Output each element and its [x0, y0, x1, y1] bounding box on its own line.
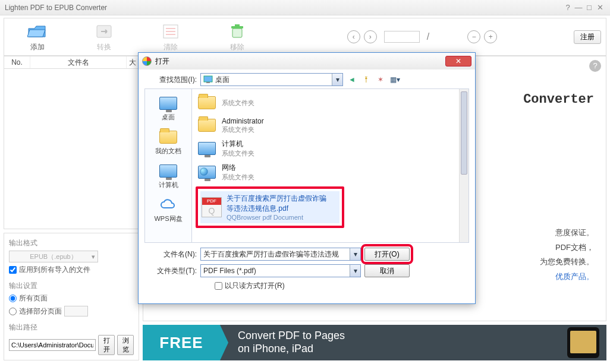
main-toolbar: 添加 转换 清除 移除 ‹ › / − + 注册 [4, 18, 606, 56]
svg-rect-9 [206, 82, 210, 83]
page-nav: ‹ › / − + [271, 30, 574, 43]
page-input[interactable] [384, 31, 420, 43]
cloud-icon [146, 197, 190, 213]
view-menu-icon[interactable]: ▦▾ [389, 75, 400, 84]
svg-rect-7 [235, 24, 240, 26]
open-file-dialog: 打开 ✕ 查找范围(I): 桌面 ▾ ◄ ⭱ ✶ ▦▾ [138, 52, 476, 304]
output-format-select[interactable]: EPUB（.epub） [9, 251, 98, 262]
places-bar: 桌面 我的文档 计算机 WPS网盘 [144, 88, 192, 243]
output-format-label: 输出格式 [9, 238, 134, 248]
all-pages-radio[interactable]: 所有页面 [9, 293, 134, 303]
place-wps[interactable]: WPS网盘 [145, 193, 191, 227]
preview-link[interactable]: 优质产品。 [555, 272, 594, 281]
output-path-input[interactable] [9, 339, 96, 351]
selected-file-highlight: 关于百度搜索严厉打击虚假诈骗 等违法违规信息.pdf QQBrowser pdf… [196, 186, 344, 228]
phone-icon [567, 327, 599, 358]
chevron-down-icon[interactable]: ▾ [350, 248, 360, 260]
close-icon[interactable]: ✕ [595, 3, 605, 12]
window-titlebar: Lighten PDF to EPUB Converter ? — □ ✕ [0, 0, 610, 15]
file-item[interactable]: 系统文件夹 [196, 91, 465, 114]
back-icon[interactable]: ◄ [347, 75, 357, 84]
banner-free-badge: FREE [143, 325, 220, 360]
left-pane: No. 文件名 大 输出格式 EPUB（.epub） 应用到所有导入的文件 输出… [4, 56, 139, 360]
file-item[interactable]: 网络系统文件夹 [196, 160, 465, 184]
open-path-button[interactable]: 打开 [98, 335, 115, 355]
next-page-button[interactable]: › [364, 30, 377, 43]
dialog-nav-icons: ◄ ⭱ ✶ ▦▾ [347, 75, 400, 84]
folder-icon [198, 96, 216, 109]
maximize-icon[interactable]: □ [584, 3, 595, 12]
add-button[interactable]: 添加 [4, 22, 71, 52]
documents-icon [146, 129, 190, 145]
filetype-label: 文件类型(T): [144, 266, 197, 276]
output-path-label: 输出路径 [9, 322, 134, 333]
file-item[interactable]: 计算机系统文件夹 [196, 137, 465, 160]
filename-combo[interactable]: 关于百度搜索严厉打击虚假诈骗等违法违规 ▾ [200, 248, 361, 261]
zoom-in-button[interactable]: + [484, 30, 497, 43]
help-button[interactable]: ? [589, 60, 601, 72]
file-table-header: No. 文件名 大 [4, 56, 139, 69]
banner-text: Convert PDF to Pages on iPhone, iPad [238, 330, 345, 355]
file-browser[interactable]: 系统文件夹 Administrator系统文件夹 计算机系统文件夹 网络系统文件… [192, 88, 469, 243]
window-title: Lighten PDF to EPUB Converter [5, 4, 562, 12]
computer-icon [198, 142, 216, 155]
prev-page-button[interactable]: ‹ [347, 30, 360, 43]
scrollbar[interactable] [459, 89, 468, 242]
new-folder-icon[interactable]: ✶ [375, 75, 386, 84]
scrollbar-thumb[interactable] [461, 91, 467, 175]
list-clear-icon [137, 22, 204, 41]
help-icon[interactable]: ? [562, 3, 573, 12]
dialog-app-icon [142, 56, 152, 66]
col-name[interactable]: 文件名 [30, 56, 127, 68]
convert-label: 转换 [71, 42, 137, 52]
readonly-checkbox[interactable]: 以只读方式打开(R) [215, 281, 469, 291]
folder-icon [198, 119, 216, 132]
page-total [436, 31, 460, 43]
convert-icon [71, 22, 137, 41]
lookin-label: 查找范围(I): [144, 75, 197, 85]
dialog-cancel-button[interactable]: 取消 [364, 264, 410, 277]
file-item[interactable]: Administrator系统文件夹 [196, 114, 465, 137]
dialog-close-button[interactable]: ✕ [445, 56, 471, 67]
chevron-down-icon[interactable]: ▾ [350, 265, 360, 277]
up-icon[interactable]: ⭱ [361, 75, 372, 84]
place-mydocs[interactable]: 我的文档 [145, 125, 191, 159]
pdf-file-icon [202, 197, 222, 217]
apply-all-checkbox[interactable]: 应用到所有导入的文件 [9, 265, 134, 275]
filetype-combo[interactable]: PDF Files (*.pdf) ▾ [200, 264, 361, 277]
dialog-title: 打开 [155, 56, 169, 67]
browse-path-button[interactable]: 浏览 [117, 335, 134, 355]
page-from-input[interactable] [64, 306, 88, 316]
file-list[interactable] [4, 69, 139, 229]
place-desktop[interactable]: 桌面 [145, 91, 191, 125]
filename-label: 文件名(N): [144, 249, 197, 259]
settings-panel: 输出格式 EPUB（.epub） 应用到所有导入的文件 输出设置 所有页面 选择… [4, 233, 139, 360]
lookin-combo[interactable]: 桌面 ▾ [200, 73, 343, 86]
partial-pages-radio[interactable]: 选择部分页面 [9, 306, 134, 316]
folder-open-icon [4, 22, 71, 41]
add-label: 添加 [4, 42, 71, 52]
network-icon [198, 166, 216, 179]
desktop-small-icon [203, 75, 213, 84]
page-sep: / [427, 31, 429, 42]
promo-banner[interactable]: FREE Convert PDF to Pages on iPhone, iPa… [143, 325, 606, 360]
svg-rect-5 [232, 29, 242, 37]
register-button[interactable]: 注册 [574, 30, 601, 44]
col-no[interactable]: No. [4, 56, 30, 68]
zoom-out-button[interactable]: − [467, 30, 480, 43]
clear-button[interactable]: 清除 [137, 22, 204, 52]
apply-all-input[interactable] [9, 266, 17, 274]
svg-rect-6 [231, 26, 243, 29]
place-computer[interactable]: 计算机 [145, 159, 191, 193]
chevron-down-icon[interactable]: ▾ [332, 74, 342, 86]
file-item-selected[interactable]: 关于百度搜索严厉打击虚假诈骗 等违法违规信息.pdf QQBrowser pdf… [200, 191, 339, 223]
clear-label: 清除 [137, 42, 204, 52]
convert-button[interactable]: 转换 [71, 22, 137, 52]
minimize-icon[interactable]: — [573, 3, 584, 12]
dialog-titlebar[interactable]: 打开 ✕ [139, 53, 475, 69]
remove-button[interactable]: 移除 [204, 22, 271, 52]
computer-icon [146, 163, 190, 179]
col-size[interactable]: 大 [127, 56, 139, 68]
trash-icon [204, 22, 271, 41]
dialog-open-button[interactable]: 打开(O) [364, 248, 410, 261]
